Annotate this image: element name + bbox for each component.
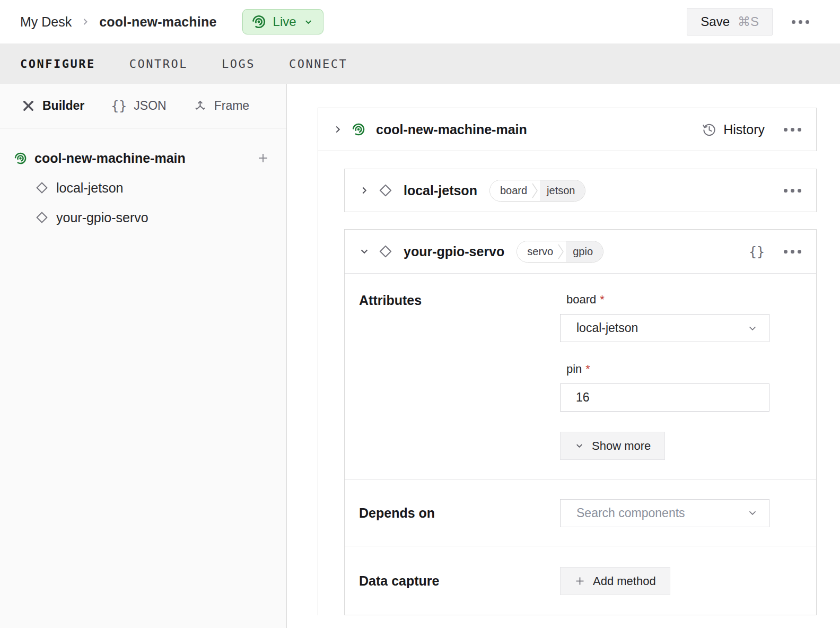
pin-field-label: pin *	[566, 362, 769, 376]
header-actions: Save ⌘S	[687, 8, 810, 36]
component-diamond-icon	[35, 181, 49, 195]
show-more-label: Show more	[592, 439, 651, 453]
depends-on-select[interactable]: Search components	[560, 499, 769, 527]
breadcrumb: My Desk cool-new-machine	[20, 14, 217, 30]
component-type-badge: servo gpio	[517, 241, 603, 263]
board-label-text: board	[566, 293, 596, 307]
attributes-heading: Attributes	[359, 293, 560, 479]
your-gpio-servo-menu-button[interactable]	[783, 247, 802, 257]
plus-icon	[574, 575, 585, 587]
tree-item-machine-label: cool-new-machine-main	[34, 151, 186, 166]
frame-axis-icon	[193, 99, 207, 113]
history-button[interactable]: History	[702, 122, 765, 137]
tree-item-machine[interactable]: cool-new-machine-main	[0, 143, 286, 173]
machine-tabbar: CONFIGURE CONTROL LOGS CONNECT	[0, 43, 840, 84]
machine-card-title: cool-new-machine-main	[376, 122, 527, 137]
chevron-down-icon	[747, 322, 758, 334]
top-header: My Desk cool-new-machine Live Save ⌘S	[0, 0, 840, 43]
tab-control[interactable]: CONTROL	[129, 57, 188, 71]
component-tree: cool-new-machine-main local-jetson your-…	[0, 128, 286, 232]
depends-on-heading: Depends on	[359, 505, 560, 521]
attributes-section: Attributes board * local-jetson pin *	[345, 274, 816, 479]
component-model: gpio	[566, 241, 603, 262]
chevron-right-icon	[358, 185, 370, 196]
save-button[interactable]: Save ⌘S	[687, 8, 773, 36]
board-field-label: board *	[566, 293, 769, 307]
local-jetson-menu-button[interactable]	[783, 186, 802, 196]
component-card-local-jetson: local-jetson board jetson	[344, 169, 817, 212]
tab-configure[interactable]: CONFIGURE	[20, 57, 95, 71]
save-label: Save	[701, 14, 730, 29]
expand-local-jetson-button[interactable]	[358, 185, 370, 196]
show-more-button[interactable]: Show more	[560, 432, 665, 460]
required-marker: *	[600, 293, 605, 307]
component-type-badge: board jetson	[489, 180, 586, 202]
edit-json-icon[interactable]: {}	[749, 244, 765, 259]
add-method-label: Add method	[593, 574, 656, 588]
breadcrumb-current: cool-new-machine	[99, 14, 216, 30]
tree-item-your-gpio-servo-label: your-gpio-servo	[56, 210, 148, 225]
mode-builder[interactable]: Builder	[21, 99, 84, 113]
collapse-your-gpio-servo-button[interactable]	[358, 246, 370, 257]
viam-logo-icon	[251, 14, 266, 29]
chevron-down-icon	[574, 441, 584, 451]
save-shortcut: ⌘S	[738, 14, 759, 29]
mode-frame-label: Frame	[214, 99, 249, 113]
tree-item-local-jetson-label: local-jetson	[56, 180, 123, 196]
depends-on-section: Depends on Search components	[345, 479, 816, 546]
add-component-icon[interactable]	[257, 152, 269, 164]
mode-frame[interactable]: Frame	[193, 99, 249, 113]
history-label: History	[723, 122, 765, 137]
component-diamond-icon	[378, 244, 393, 259]
pin-label-text: pin	[566, 362, 582, 376]
component-type: board	[490, 180, 531, 201]
live-status-badge[interactable]: Live	[242, 9, 323, 34]
expand-machine-button[interactable]	[332, 124, 344, 135]
component-name: your-gpio-servo	[404, 244, 504, 259]
tab-logs[interactable]: LOGS	[222, 57, 255, 71]
braces-icon: {}	[111, 98, 127, 114]
machine-card-menu-button[interactable]	[783, 125, 802, 135]
board-select[interactable]: local-jetson	[560, 314, 769, 342]
header-menu-button[interactable]	[791, 17, 810, 27]
chevron-right-icon	[80, 16, 91, 27]
board-select-value: local-jetson	[576, 321, 638, 335]
badge-divider-icon	[557, 241, 566, 262]
viam-logo-icon	[14, 152, 27, 165]
data-capture-section: Data capture Add method	[345, 546, 816, 616]
tools-icon	[21, 99, 36, 113]
breadcrumb-parent[interactable]: My Desk	[20, 14, 72, 30]
chevron-down-icon	[303, 17, 313, 27]
view-mode-switcher: Builder {} JSON Frame	[0, 84, 286, 128]
component-diamond-icon	[35, 211, 49, 224]
data-capture-heading: Data capture	[359, 573, 560, 589]
component-name: local-jetson	[404, 183, 477, 198]
chevron-down-icon	[747, 507, 758, 519]
tree-connector-line	[318, 151, 318, 615]
component-type: servo	[517, 241, 557, 262]
tab-connect[interactable]: CONNECT	[289, 57, 347, 71]
component-diamond-icon	[378, 183, 393, 198]
builder-canvas: cool-new-machine-main History lo	[287, 84, 840, 628]
pin-input[interactable]	[560, 383, 769, 412]
tree-item-local-jetson[interactable]: local-jetson	[0, 173, 286, 203]
viam-logo-icon	[352, 123, 365, 136]
machine-card: cool-new-machine-main History	[318, 108, 817, 151]
badge-divider-icon	[531, 180, 540, 201]
mode-json-label: JSON	[134, 99, 166, 113]
mode-json[interactable]: {} JSON	[111, 98, 166, 114]
mode-builder-label: Builder	[42, 99, 84, 113]
config-sidebar: Builder {} JSON Frame cool-new-machine-m…	[0, 84, 287, 628]
required-marker: *	[585, 362, 590, 376]
history-icon	[702, 123, 716, 137]
add-method-button[interactable]: Add method	[560, 567, 670, 595]
depends-on-placeholder: Search components	[576, 506, 685, 520]
tree-item-your-gpio-servo[interactable]: your-gpio-servo	[0, 203, 286, 232]
chevron-down-icon	[358, 246, 370, 257]
live-label: Live	[273, 14, 296, 29]
component-model: jetson	[540, 180, 585, 201]
component-card-your-gpio-servo: your-gpio-servo servo gpio {} Attributes…	[344, 229, 817, 615]
chevron-right-icon	[332, 124, 344, 135]
